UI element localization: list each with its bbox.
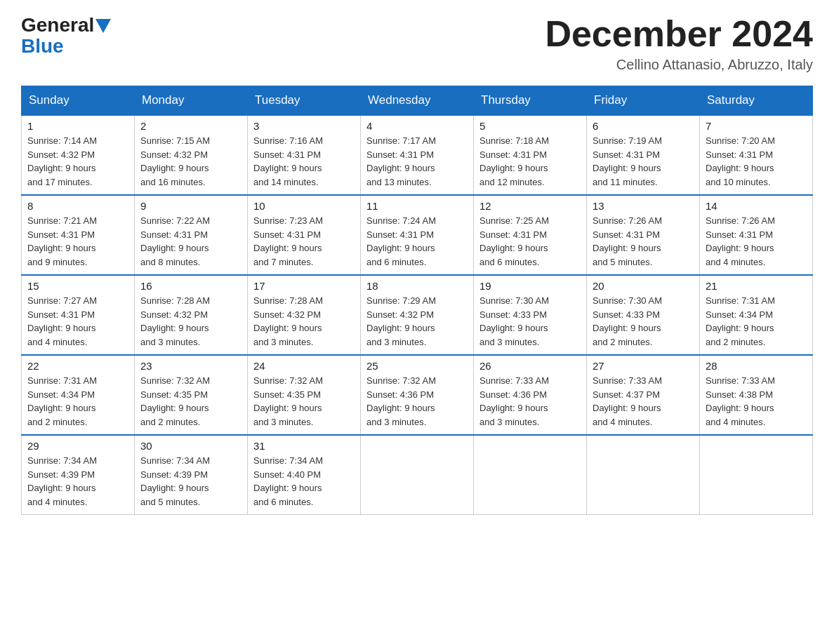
day-number: 3 — [253, 120, 355, 132]
day-info: Sunrise: 7:14 AMSunset: 4:32 PMDaylight:… — [27, 134, 128, 189]
day-number: 18 — [366, 280, 468, 292]
calendar-week-row: 1Sunrise: 7:14 AMSunset: 4:32 PMDaylight… — [22, 115, 813, 195]
col-saturday: Saturday — [700, 86, 813, 116]
day-number: 27 — [593, 360, 694, 372]
day-info: Sunrise: 7:32 AMSunset: 4:35 PMDaylight:… — [140, 374, 241, 429]
day-number: 13 — [593, 200, 694, 212]
col-monday: Monday — [135, 86, 248, 116]
calendar-day-cell: 19Sunrise: 7:30 AMSunset: 4:33 PMDayligh… — [474, 275, 587, 355]
day-number: 14 — [706, 200, 807, 212]
calendar-day-cell: 10Sunrise: 7:23 AMSunset: 4:31 PMDayligh… — [248, 195, 361, 275]
svg-marker-0 — [95, 19, 111, 33]
day-info: Sunrise: 7:34 AMSunset: 4:40 PMDaylight:… — [253, 454, 355, 509]
day-info: Sunrise: 7:30 AMSunset: 4:33 PMDaylight:… — [593, 294, 694, 349]
day-info: Sunrise: 7:28 AMSunset: 4:32 PMDaylight:… — [140, 294, 241, 349]
calendar-day-cell: 17Sunrise: 7:28 AMSunset: 4:32 PMDayligh… — [248, 275, 361, 355]
day-number: 5 — [479, 120, 581, 132]
calendar-week-row: 8Sunrise: 7:21 AMSunset: 4:31 PMDaylight… — [22, 195, 813, 275]
calendar-day-cell: 12Sunrise: 7:25 AMSunset: 4:31 PMDayligh… — [474, 195, 587, 275]
calendar-day-cell: 8Sunrise: 7:21 AMSunset: 4:31 PMDaylight… — [22, 195, 135, 275]
day-info: Sunrise: 7:24 AMSunset: 4:31 PMDaylight:… — [366, 214, 468, 269]
logo-triangle-icon — [95, 19, 111, 33]
day-info: Sunrise: 7:17 AMSunset: 4:31 PMDaylight:… — [366, 134, 468, 189]
day-number: 19 — [479, 280, 581, 292]
day-number: 24 — [253, 360, 355, 372]
calendar-day-cell: 16Sunrise: 7:28 AMSunset: 4:32 PMDayligh… — [135, 275, 248, 355]
calendar-day-cell: 26Sunrise: 7:33 AMSunset: 4:36 PMDayligh… — [474, 355, 587, 435]
day-info: Sunrise: 7:19 AMSunset: 4:31 PMDaylight:… — [593, 134, 694, 189]
day-info: Sunrise: 7:32 AMSunset: 4:35 PMDaylight:… — [253, 374, 355, 429]
day-info: Sunrise: 7:30 AMSunset: 4:33 PMDaylight:… — [479, 294, 581, 349]
day-number: 15 — [27, 280, 128, 292]
day-number: 28 — [706, 360, 807, 372]
calendar-day-cell: 14Sunrise: 7:26 AMSunset: 4:31 PMDayligh… — [700, 195, 813, 275]
logo-general: General — [21, 14, 94, 36]
calendar-day-cell: 30Sunrise: 7:34 AMSunset: 4:39 PMDayligh… — [135, 435, 248, 515]
day-info: Sunrise: 7:15 AMSunset: 4:32 PMDaylight:… — [140, 134, 241, 189]
day-number: 2 — [140, 120, 241, 132]
day-number: 12 — [479, 200, 581, 212]
col-sunday: Sunday — [22, 86, 135, 116]
day-number: 6 — [593, 120, 694, 132]
day-number: 8 — [27, 200, 128, 212]
calendar-week-row: 29Sunrise: 7:34 AMSunset: 4:39 PMDayligh… — [22, 435, 813, 515]
calendar-day-cell: 13Sunrise: 7:26 AMSunset: 4:31 PMDayligh… — [587, 195, 700, 275]
day-number: 29 — [27, 440, 128, 452]
day-number: 26 — [479, 360, 581, 372]
day-number: 10 — [253, 200, 355, 212]
logo-blue: Blue — [21, 36, 64, 56]
day-number: 7 — [706, 120, 807, 132]
day-number: 4 — [366, 120, 468, 132]
day-info: Sunrise: 7:16 AMSunset: 4:31 PMDaylight:… — [253, 134, 355, 189]
calendar-day-cell: 1Sunrise: 7:14 AMSunset: 4:32 PMDaylight… — [22, 115, 135, 195]
calendar-day-cell: 27Sunrise: 7:33 AMSunset: 4:37 PMDayligh… — [587, 355, 700, 435]
calendar-day-cell: 20Sunrise: 7:30 AMSunset: 4:33 PMDayligh… — [587, 275, 700, 355]
calendar-day-cell: 4Sunrise: 7:17 AMSunset: 4:31 PMDaylight… — [361, 115, 474, 195]
day-info: Sunrise: 7:31 AMSunset: 4:34 PMDaylight:… — [27, 374, 128, 429]
day-info: Sunrise: 7:26 AMSunset: 4:31 PMDaylight:… — [706, 214, 807, 269]
day-info: Sunrise: 7:25 AMSunset: 4:31 PMDaylight:… — [479, 214, 581, 269]
day-number: 9 — [140, 200, 241, 212]
day-number: 17 — [253, 280, 355, 292]
calendar-day-cell: 28Sunrise: 7:33 AMSunset: 4:38 PMDayligh… — [700, 355, 813, 435]
calendar-day-cell: 7Sunrise: 7:20 AMSunset: 4:31 PMDaylight… — [700, 115, 813, 195]
calendar-day-cell: 22Sunrise: 7:31 AMSunset: 4:34 PMDayligh… — [22, 355, 135, 435]
day-number: 21 — [706, 280, 807, 292]
calendar-empty-cell — [361, 435, 474, 515]
calendar-day-cell: 25Sunrise: 7:32 AMSunset: 4:36 PMDayligh… — [361, 355, 474, 435]
calendar-table: Sunday Monday Tuesday Wednesday Thursday… — [21, 86, 813, 515]
day-info: Sunrise: 7:29 AMSunset: 4:32 PMDaylight:… — [366, 294, 468, 349]
day-number: 16 — [140, 280, 241, 292]
day-number: 1 — [27, 120, 128, 132]
day-info: Sunrise: 7:26 AMSunset: 4:31 PMDaylight:… — [593, 214, 694, 269]
day-info: Sunrise: 7:34 AMSunset: 4:39 PMDaylight:… — [140, 454, 241, 509]
day-number: 31 — [253, 440, 355, 452]
calendar-day-cell: 2Sunrise: 7:15 AMSunset: 4:32 PMDaylight… — [135, 115, 248, 195]
calendar-day-cell: 11Sunrise: 7:24 AMSunset: 4:31 PMDayligh… — [361, 195, 474, 275]
col-friday: Friday — [587, 86, 700, 116]
calendar-day-cell: 3Sunrise: 7:16 AMSunset: 4:31 PMDaylight… — [248, 115, 361, 195]
calendar-day-cell: 5Sunrise: 7:18 AMSunset: 4:31 PMDaylight… — [474, 115, 587, 195]
day-info: Sunrise: 7:31 AMSunset: 4:34 PMDaylight:… — [706, 294, 807, 349]
day-number: 22 — [27, 360, 128, 372]
calendar-day-cell: 18Sunrise: 7:29 AMSunset: 4:32 PMDayligh… — [361, 275, 474, 355]
calendar-day-cell: 29Sunrise: 7:34 AMSunset: 4:39 PMDayligh… — [22, 435, 135, 515]
day-info: Sunrise: 7:34 AMSunset: 4:39 PMDaylight:… — [27, 454, 128, 509]
day-info: Sunrise: 7:18 AMSunset: 4:31 PMDaylight:… — [479, 134, 581, 189]
col-thursday: Thursday — [474, 86, 587, 116]
calendar-empty-cell — [700, 435, 813, 515]
day-info: Sunrise: 7:23 AMSunset: 4:31 PMDaylight:… — [253, 214, 355, 269]
day-number: 20 — [593, 280, 694, 292]
calendar-day-cell: 31Sunrise: 7:34 AMSunset: 4:40 PMDayligh… — [248, 435, 361, 515]
calendar-empty-cell — [587, 435, 700, 515]
day-info: Sunrise: 7:27 AMSunset: 4:31 PMDaylight:… — [27, 294, 128, 349]
calendar-day-cell: 21Sunrise: 7:31 AMSunset: 4:34 PMDayligh… — [700, 275, 813, 355]
calendar-week-row: 22Sunrise: 7:31 AMSunset: 4:34 PMDayligh… — [22, 355, 813, 435]
calendar-day-cell: 6Sunrise: 7:19 AMSunset: 4:31 PMDaylight… — [587, 115, 700, 195]
day-number: 11 — [366, 200, 468, 212]
calendar-empty-cell — [474, 435, 587, 515]
day-info: Sunrise: 7:32 AMSunset: 4:36 PMDaylight:… — [366, 374, 468, 429]
calendar-header-row: Sunday Monday Tuesday Wednesday Thursday… — [22, 86, 813, 116]
page-header: General Blue December 2024 Cellino Attan… — [21, 14, 813, 73]
day-info: Sunrise: 7:33 AMSunset: 4:38 PMDaylight:… — [706, 374, 807, 429]
